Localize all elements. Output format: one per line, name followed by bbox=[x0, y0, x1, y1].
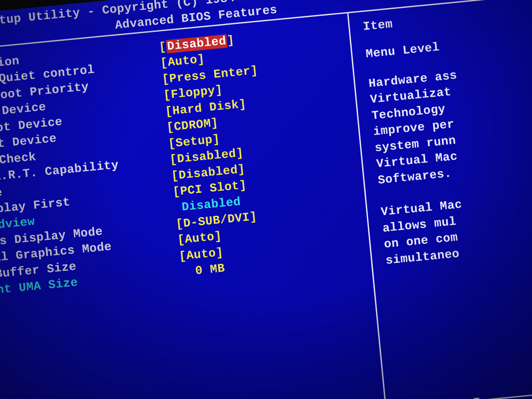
help-text: Hardware assVirtualizatTechnologyimprove… bbox=[368, 55, 532, 269]
bios-screen[interactable]: CMOS Setup Utility - Copyright (C) 1984-… bbox=[0, 0, 532, 399]
settings-list[interactable]: tualization[Disabled] K8 Cool&Quiet cont… bbox=[0, 13, 385, 399]
monitor-photo: CMOS Setup Utility - Copyright (C) 1984-… bbox=[0, 0, 532, 399]
footer-hint: F bbox=[472, 395, 481, 399]
content-frame: tualization[Disabled] K8 Cool&Quiet cont… bbox=[0, 0, 532, 399]
help-panel: Item Menu Level Hardware assVirtualizatT… bbox=[354, 0, 532, 399]
